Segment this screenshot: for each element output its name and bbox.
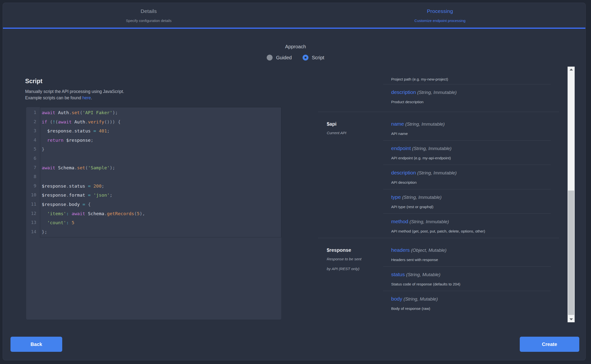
variable-column [318,66,383,112]
step-processing-title: Processing [295,8,585,14]
variable-docs-panel: Project path (e.g. my-new-project)descri… [315,66,559,322]
scrollbar-up-arrow-icon[interactable] [568,67,575,72]
property-name-link[interactable]: name [391,121,404,127]
property-name-link[interactable]: headers [391,247,410,253]
code-line [42,154,281,163]
property-name-link[interactable]: type [391,194,401,200]
line-number: 10 [26,190,36,200]
code-content: await Auth.set('API Faker');if (!(await … [42,108,281,236]
variable-column: $responseResponse to be sentby API (REST… [318,238,383,315]
script-panel-description: Manually script the API processing using… [25,88,124,101]
property-column: Project path (e.g. my-new-project)descri… [383,66,559,112]
property-row: method (String, Immutable)API method (ge… [383,214,551,238]
property-type: (String, Mutable) [402,296,438,302]
script-desc-line1: Manually script the API processing using… [25,89,124,94]
property-type: (String, Immutable) [404,121,445,127]
line-number: 3 [26,126,36,135]
code-editor[interactable]: 1234567891011121314 await Auth.set('API … [26,107,282,320]
property-description: API type (rest or graphql) [391,204,551,210]
line-number: 6 [26,154,36,163]
property-row: status (String, Mutable)Status code of r… [383,267,551,291]
property-description: Status code of response (defaults to 204… [391,282,551,287]
line-number: 7 [26,163,36,172]
property-row: endpoint (String, Immutable)API endpoint… [383,141,551,165]
property-name-link[interactable]: endpoint [391,145,411,151]
approach-radio-group: Guided Script [222,55,369,61]
line-number: 12 [26,209,36,218]
scrollbar-down-arrow-icon[interactable] [568,317,575,322]
code-line: 'items': await Schema.getRecords(5), [42,209,281,218]
property-header: description (String, Immutable) [391,169,551,177]
line-number: 8 [26,172,36,181]
script-desc-line2-prefix: Example scripts can be found [25,95,82,100]
property-row: headers (Object, Mutable)Headers sent wi… [383,238,551,267]
code-line: }; [42,227,281,237]
code-line: await Schema.set('Sample'); [42,163,281,172]
radio-option-script[interactable]: Script [303,55,324,61]
property-description: Project path (e.g. my-new-project) [391,77,551,82]
code-line: $response.body = { [42,200,281,209]
property-column: headers (Object, Mutable)Headers sent wi… [383,238,559,315]
property-type: (String, Immutable) [408,219,449,224]
examples-link[interactable]: here [82,95,91,100]
code-line: await Auth.set('API Faker'); [42,108,281,117]
code-line: 'count': 5 [42,218,281,227]
line-number: 1 [26,108,36,117]
property-row: Project path (e.g. my-new-project) [383,66,551,84]
line-number: 11 [26,200,36,209]
property-header: status (String, Mutable) [391,271,551,279]
variable-description: Current API [327,129,383,137]
step-processing-subtitle: Customize endpoint processing [295,19,585,23]
radio-script-icon[interactable] [303,55,308,61]
approach-label: Approach [222,44,369,50]
property-description: Product description [391,99,551,105]
property-header: method (String, Immutable) [391,218,551,226]
step-processing[interactable]: Processing Customize endpoint processing [295,3,585,27]
property-type: (String, Mutable) [405,272,440,277]
property-description: Body of response (raw) [391,306,551,311]
line-number: 9 [26,181,36,191]
property-description: API method (get, post, put, patch, delet… [391,229,551,234]
back-button[interactable]: Back [10,337,62,352]
variable-description: by API (REST only) [327,264,383,273]
radio-script-label: Script [312,55,324,61]
property-row: description (String, Immutable)Product d… [383,84,551,112]
line-number: 4 [26,135,36,145]
variable-name: $response [327,246,383,254]
property-name-link[interactable]: description [391,89,416,95]
radio-guided-label: Guided [276,55,292,61]
code-textarea[interactable]: await Auth.set('API Faker');if (!(await … [40,107,281,237]
doc-section: $responseResponse to be sentby API (REST… [318,238,559,315]
line-number: 2 [26,117,36,126]
code-line: $response.format = 'json'; [42,191,281,200]
variable-name: $api [327,120,383,128]
step-details-subtitle: Specify configuration details [3,19,295,23]
script-panel-title: Script [25,78,42,85]
code-line: if (!(await Auth.verify())) { [42,117,281,127]
radio-option-guided[interactable]: Guided [267,55,292,61]
property-name-link[interactable]: method [391,219,408,224]
script-desc-line2-suffix: . [91,95,92,100]
property-row: description (String, Immutable)API descr… [383,165,551,189]
property-name-link[interactable]: body [391,296,402,302]
property-type: (String, Immutable) [416,170,457,175]
property-type: (Object, Mutable) [410,248,447,253]
wizard-card: Details Specify configuration details Pr… [3,3,586,360]
property-description: API name [391,131,551,136]
step-details[interactable]: Details Specify configuration details [3,3,295,27]
create-button[interactable]: Create [520,337,579,352]
stepper-underline [3,28,585,29]
property-row: type (String, Immutable)API type (rest o… [383,189,551,214]
property-name-link[interactable]: description [391,170,416,175]
property-header: headers (Object, Mutable) [391,246,551,254]
docs-scrollbar[interactable] [568,67,575,322]
scrollbar-thumb[interactable] [568,191,574,315]
property-name-link[interactable]: status [391,272,405,277]
property-header: description (String, Immutable) [391,89,551,96]
property-type: (String, Immutable) [401,195,442,200]
code-line: $response.status = 200; [42,182,281,191]
property-row: body (String, Mutable)Body of response (… [383,291,551,315]
radio-guided-icon[interactable] [267,55,273,61]
variable-description: Response to be sent [327,255,383,263]
step-details-title: Details [3,8,295,14]
